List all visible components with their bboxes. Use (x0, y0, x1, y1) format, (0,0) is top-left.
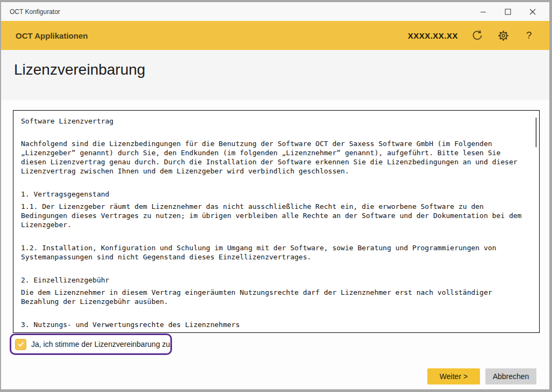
window-controls (471, 2, 549, 21)
close-button[interactable] (520, 2, 545, 21)
license-paragraph: 3.1. Der Lizenzgeber gewährt Ihnen für d… (21, 332, 526, 333)
maximize-button[interactable] (496, 2, 520, 21)
refresh-icon (471, 30, 483, 41)
minimize-icon (480, 9, 486, 15)
settings-button[interactable] (497, 29, 510, 42)
page-content: Software LizenzvertragNachfolgend sind d… (1, 100, 549, 389)
license-paragraph: 1.2. Installation, Konfiguration und Sch… (21, 243, 526, 262)
license-paragraph: 1. Vertragsgegenstand (21, 190, 526, 199)
minimize-button[interactable] (471, 2, 496, 21)
scrollbar-thumb[interactable] (535, 118, 537, 147)
maximize-icon (505, 9, 511, 15)
app-title: OCT Applikationen (16, 31, 408, 40)
next-button[interactable]: Weiter > (427, 368, 480, 384)
consent-label: Ja, ich stimme der Lizenzvereinbarung zu… (31, 340, 172, 349)
license-paragraph: Nachfolgend sind die Lizenzbedingungen f… (21, 139, 526, 176)
click-highlight: Ja, ich stimme der Lizenzvereinbarung zu… (10, 333, 172, 355)
license-paragraph: 3. Nutzungs- und Verwertungsrechte des L… (21, 320, 526, 329)
license-paragraph: 2. Einzellizenzgebühr (21, 275, 526, 285)
license-text-box[interactable]: Software LizenzvertragNachfolgend sind d… (13, 110, 540, 333)
consent-checkbox-row[interactable]: Ja, ich stimme der Lizenzvereinbarung zu… (15, 339, 172, 350)
window-title: OCT Konfigurator (1, 8, 471, 16)
license-text: Software LizenzvertragNachfolgend sind d… (21, 117, 526, 333)
page-header: Lizenzvereinbarung (1, 50, 549, 100)
action-buttons: Weiter > Abbrechen (427, 368, 536, 384)
help-icon: ? (526, 30, 532, 41)
refresh-button[interactable] (471, 29, 484, 42)
license-paragraph: 1.1. Der Lizenzgeber räumt dem Lizenzneh… (21, 202, 526, 229)
checkmark-icon (17, 340, 25, 348)
consent-checkbox[interactable] (15, 339, 26, 350)
version-text: XXXX.XX.XX (408, 31, 458, 40)
gear-icon (498, 30, 509, 41)
license-paragraph: Die dem Lizenznehmer in diesem Vertrag e… (21, 288, 526, 306)
titlebar: OCT Konfigurator (1, 2, 549, 21)
app-header-actions: XXXX.XX.XX (408, 29, 535, 42)
cancel-button[interactable]: Abbrechen (485, 368, 536, 384)
help-button[interactable]: ? (522, 29, 535, 42)
app-window: OCT Konfigurator OCT Applikationen (1, 2, 549, 389)
license-paragraph: Software Lizenzvertrag (21, 117, 526, 126)
close-icon (529, 9, 536, 15)
page-title: Lizenzvereinbarung (14, 61, 549, 78)
app-header: OCT Applikationen XXXX.XX.XX (1, 21, 549, 50)
